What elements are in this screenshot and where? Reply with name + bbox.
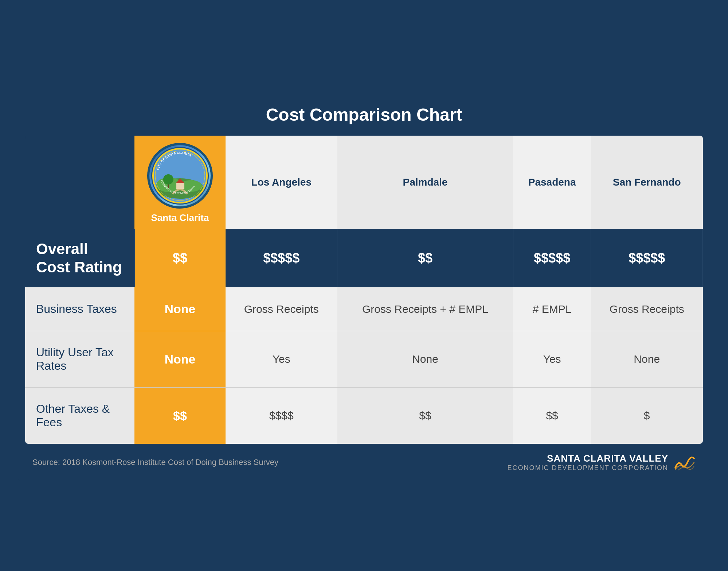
business-taxes-sc: None bbox=[134, 287, 226, 331]
los-angeles-header: Los Angeles bbox=[226, 136, 337, 229]
utility-tax-row: Utility User Tax Rates None Yes None Yes… bbox=[25, 331, 703, 388]
business-taxes-row: Business Taxes None Gross Receipts Gross… bbox=[25, 287, 703, 331]
los-angeles-label: Los Angeles bbox=[244, 166, 319, 199]
chart-title: Cost Comparison Chart bbox=[18, 90, 710, 136]
comparison-table: CITY OF SANTA CLARITA FOUNDED 15 DECEMBE… bbox=[25, 136, 703, 444]
business-taxes-la: Gross Receipts bbox=[226, 287, 337, 331]
main-container: Cost Comparison Chart bbox=[18, 90, 710, 481]
business-taxes-label: Business Taxes bbox=[25, 287, 134, 331]
palmdale-header: Palmdale bbox=[337, 136, 513, 229]
org-sub: ECONOMIC DEVELOPMENT CORPORATION bbox=[508, 464, 668, 472]
overall-los-angeles: $$$$$ bbox=[226, 229, 337, 288]
other-taxes-sc: $$ bbox=[134, 388, 226, 444]
overall-santa-clarita: $$ bbox=[134, 229, 226, 288]
scv-wave-icon bbox=[674, 453, 696, 471]
city-seal: CITY OF SANTA CLARITA FOUNDED 15 DECEMBE… bbox=[147, 143, 213, 209]
other-taxes-label: Other Taxes & Fees bbox=[25, 388, 134, 444]
business-taxes-sf: Gross Receipts bbox=[591, 287, 703, 331]
header-row: CITY OF SANTA CLARITA FOUNDED 15 DECEMBE… bbox=[25, 136, 703, 229]
overall-cost-row: Overall Cost Rating $$ $$$$$ $$ $$$$$ $$… bbox=[25, 229, 703, 288]
footer-logo: SANTA CLARITA VALLEY ECONOMIC DEVELOPMEN… bbox=[508, 453, 696, 472]
santa-clarita-label: Santa Clarita bbox=[138, 212, 222, 224]
other-taxes-palm: $$ bbox=[337, 388, 513, 444]
utility-tax-pas: Yes bbox=[513, 331, 591, 388]
footer: Source: 2018 Kosmont-Rose Institute Cost… bbox=[18, 444, 710, 481]
other-taxes-la: $$$$ bbox=[226, 388, 337, 444]
seal-svg: CITY OF SANTA CLARITA FOUNDED 15 DECEMBE… bbox=[151, 147, 209, 205]
utility-tax-label: Utility User Tax Rates bbox=[25, 331, 134, 388]
empty-header bbox=[25, 136, 134, 229]
utility-tax-sf: None bbox=[591, 331, 703, 388]
business-taxes-pas: # EMPL bbox=[513, 287, 591, 331]
source-text: Source: 2018 Kosmont-Rose Institute Cost… bbox=[32, 458, 278, 467]
svg-point-8 bbox=[163, 174, 173, 184]
other-taxes-row: Other Taxes & Fees $$ $$$$ $$ $$ $ bbox=[25, 388, 703, 444]
overall-san-fernando: $$$$$ bbox=[591, 229, 703, 288]
other-taxes-sf: $ bbox=[591, 388, 703, 444]
pasadena-header: Pasadena bbox=[513, 136, 591, 229]
utility-tax-sc: None bbox=[134, 331, 226, 388]
palmdale-label: Palmdale bbox=[395, 166, 455, 199]
footer-org-text: SANTA CLARITA VALLEY ECONOMIC DEVELOPMEN… bbox=[508, 453, 668, 472]
san-fernando-header: San Fernando bbox=[591, 136, 703, 229]
overall-pasadena: $$$$$ bbox=[513, 229, 591, 288]
overall-palmdale: $$ bbox=[337, 229, 513, 288]
san-fernando-label: San Fernando bbox=[606, 166, 688, 199]
org-name: SANTA CLARITA VALLEY bbox=[508, 453, 668, 464]
pasadena-label: Pasadena bbox=[521, 166, 583, 199]
utility-tax-la: Yes bbox=[226, 331, 337, 388]
business-taxes-palm: Gross Receipts + # EMPL bbox=[337, 287, 513, 331]
other-taxes-pas: $$ bbox=[513, 388, 591, 444]
utility-tax-palm: None bbox=[337, 331, 513, 388]
svg-rect-5 bbox=[176, 183, 184, 189]
table-wrapper: CITY OF SANTA CLARITA FOUNDED 15 DECEMBE… bbox=[18, 136, 710, 444]
santa-clarita-header: CITY OF SANTA CLARITA FOUNDED 15 DECEMBE… bbox=[134, 136, 226, 229]
overall-label: Overall Cost Rating bbox=[25, 229, 134, 288]
